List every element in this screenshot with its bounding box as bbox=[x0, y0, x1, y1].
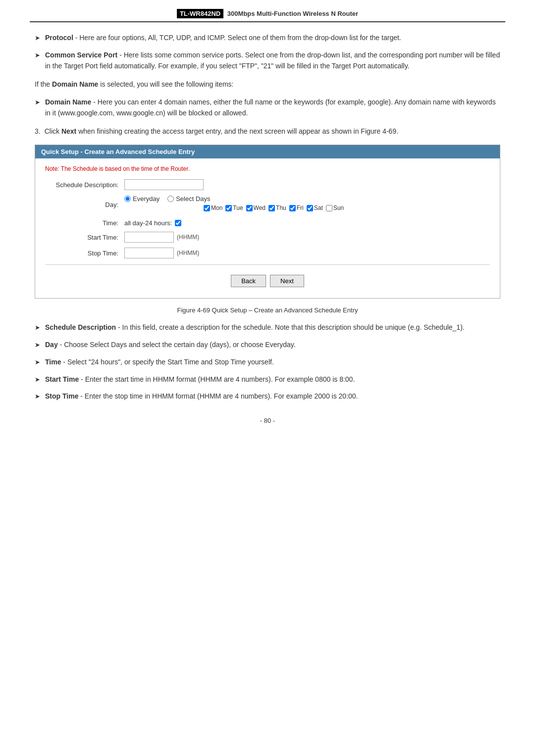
list-item: ➤ Common Service Port - Here lists some … bbox=[35, 50, 500, 72]
all-day-row: all day-24 hours: bbox=[124, 219, 181, 227]
fri-check-label[interactable]: Fri bbox=[289, 204, 304, 211]
page-number: - 80 - bbox=[30, 417, 505, 424]
schedule-title-bar: Quick Setup - Create an Advanced Schedul… bbox=[35, 145, 500, 158]
top-bullet-list: ➤ Protocol - Here are four options, All,… bbox=[35, 32, 500, 72]
bullet-arrow-icon: ➤ bbox=[35, 33, 40, 44]
stop-time-term: Stop Time bbox=[45, 392, 78, 400]
fri-label: Fri bbox=[297, 204, 304, 211]
domain-term: Domain Name bbox=[45, 98, 91, 106]
header-subtitle: 300Mbps Multi-Function Wireless N Router bbox=[227, 10, 358, 17]
day-label: Day: bbox=[45, 201, 124, 208]
stop-time-bullet: Stop Time - Enter the stop time in HHMM … bbox=[45, 391, 500, 402]
domain-name-bullet: Domain Name - Here you can enter 4 domai… bbox=[45, 97, 500, 119]
bullet-arrow-icon: ➤ bbox=[35, 323, 40, 333]
sat-label: Sat bbox=[314, 204, 323, 211]
day-term: Day bbox=[45, 341, 58, 349]
schedule-title: Quick Setup - Create an Advanced Schedul… bbox=[41, 148, 195, 155]
sat-check-label[interactable]: Sat bbox=[307, 204, 323, 211]
start-time-input[interactable] bbox=[124, 232, 174, 243]
step3-number: 3. bbox=[35, 126, 41, 137]
stop-time-input[interactable] bbox=[124, 248, 174, 258]
mon-check-label[interactable]: Mon bbox=[204, 204, 222, 211]
thu-check-label[interactable]: Thu bbox=[268, 204, 286, 211]
start-time-hint: (HHMM) bbox=[177, 234, 199, 241]
schedule-description-input[interactable] bbox=[124, 179, 204, 190]
page-content: ➤ Protocol - Here are four options, All,… bbox=[30, 32, 505, 402]
bullet-arrow-icon: ➤ bbox=[35, 375, 40, 385]
domain-bullet-list: ➤ Domain Name - Here you can enter 4 dom… bbox=[35, 97, 500, 119]
bullet-arrow-icon: ➤ bbox=[35, 340, 40, 351]
schedule-body: Note: The Schedule is based on the time … bbox=[35, 158, 500, 298]
protocol-term: Protocol bbox=[45, 34, 73, 42]
start-time-text: - Enter the start time in HHMM format (H… bbox=[79, 375, 355, 383]
wed-check-label[interactable]: Wed bbox=[246, 204, 266, 211]
domain-intro-end: is selected, you will see the following … bbox=[98, 80, 233, 88]
schedule-description-row: Schedule Description: bbox=[45, 179, 490, 190]
domain-text: - Here you can enter 4 domain names, eit… bbox=[45, 98, 496, 117]
list-item: ➤ Stop Time - Enter the stop time in HHM… bbox=[35, 391, 500, 402]
schedule-box: Quick Setup - Create an Advanced Schedul… bbox=[35, 145, 500, 299]
list-item: ➤ Time - Select "24 hours", or specify t… bbox=[35, 356, 500, 368]
stop-time-hint: (HHMM) bbox=[177, 250, 199, 256]
all-day-checkbox[interactable] bbox=[175, 220, 181, 226]
step3-next-bold: Next bbox=[61, 127, 76, 135]
time-term: Time bbox=[45, 358, 61, 366]
list-item: ➤ Schedule Description - In this field, … bbox=[35, 322, 500, 333]
domain-intro-text: If the bbox=[35, 80, 52, 88]
day-radio-group: Everyday Select Days bbox=[124, 195, 344, 202]
time-label: Time: bbox=[45, 219, 124, 227]
everyday-option[interactable]: Everyday bbox=[124, 195, 160, 202]
sun-label: Sun bbox=[333, 204, 344, 211]
start-time-label: Start Time: bbox=[45, 234, 124, 241]
tue-check-label[interactable]: Tue bbox=[225, 204, 243, 211]
time-bullet: Time - Select "24 hours", or specify the… bbox=[45, 356, 500, 367]
start-time-row: Start Time: (HHMM) bbox=[45, 232, 490, 243]
schedule-desc-term: Schedule Description bbox=[45, 323, 116, 331]
select-days-radio[interactable] bbox=[167, 196, 174, 202]
domain-intro-paragraph: If the Domain Name is selected, you will… bbox=[35, 79, 500, 90]
days-checkboxes-row: Mon Tue Wed Thu Fri Sat Sun bbox=[204, 204, 344, 211]
select-days-option[interactable]: Select Days bbox=[167, 195, 210, 202]
step3-click-text: Click bbox=[45, 127, 61, 135]
sun-check-label[interactable]: Sun bbox=[326, 204, 344, 211]
mon-checkbox[interactable] bbox=[204, 205, 210, 211]
schedule-note: Note: The Schedule is based on the time … bbox=[45, 165, 490, 172]
bottom-bullet-list: ➤ Schedule Description - In this field, … bbox=[35, 322, 500, 402]
everyday-label: Everyday bbox=[133, 195, 160, 202]
thu-checkbox[interactable] bbox=[268, 205, 275, 211]
schedule-divider bbox=[45, 264, 490, 265]
step3-rest-text: when finishing creating the access targe… bbox=[76, 127, 398, 135]
schedule-desc-bullet: Schedule Description - In this field, cr… bbox=[45, 322, 500, 333]
day-bullet: Day - Choose Select Days and select the … bbox=[45, 339, 500, 350]
fri-checkbox[interactable] bbox=[289, 205, 296, 211]
wed-label: Wed bbox=[254, 204, 266, 211]
stop-time-text: - Enter the stop time in HHMM format (HH… bbox=[78, 392, 358, 400]
tue-checkbox[interactable] bbox=[225, 205, 232, 211]
sat-checkbox[interactable] bbox=[307, 205, 313, 211]
everyday-radio[interactable] bbox=[124, 196, 131, 202]
model-name: TL-WR842ND bbox=[177, 9, 223, 18]
step3-item: 3. Click Next when finishing creating th… bbox=[35, 126, 500, 137]
bullet-arrow-icon: ➤ bbox=[35, 98, 40, 108]
list-item: ➤ Start Time - Enter the start time in H… bbox=[35, 374, 500, 385]
common-service-bullet: Common Service Port - Here lists some co… bbox=[45, 50, 500, 72]
start-time-bullet: Start Time - Enter the start time in HHM… bbox=[45, 374, 500, 385]
common-service-term: Common Service Port bbox=[45, 51, 117, 59]
select-days-label: Select Days bbox=[176, 195, 210, 202]
protocol-text: - Here are four options, All, TCP, UDP, … bbox=[73, 34, 401, 42]
list-item: ➤ Day - Choose Select Days and select th… bbox=[35, 339, 500, 351]
tue-label: Tue bbox=[233, 204, 243, 211]
bullet-arrow-icon: ➤ bbox=[35, 357, 40, 368]
page-header: TL-WR842ND 300Mbps Multi-Function Wirele… bbox=[30, 10, 505, 22]
next-button[interactable]: Next bbox=[270, 275, 304, 287]
mon-label: Mon bbox=[211, 204, 222, 211]
wed-checkbox[interactable] bbox=[246, 205, 253, 211]
stop-time-row: Stop Time: (HHMM) bbox=[45, 248, 490, 258]
back-button[interactable]: Back bbox=[231, 275, 266, 287]
day-text: - Choose Select Days and select the cert… bbox=[58, 341, 296, 349]
schedule-desc-text: - In this field, create a description fo… bbox=[116, 323, 465, 331]
time-text: - Select "24 hours", or specify the Star… bbox=[61, 358, 273, 366]
sun-checkbox[interactable] bbox=[326, 205, 332, 211]
step3-text: Click Next when finishing creating the a… bbox=[45, 126, 398, 137]
list-item: ➤ Domain Name - Here you can enter 4 dom… bbox=[35, 97, 500, 119]
